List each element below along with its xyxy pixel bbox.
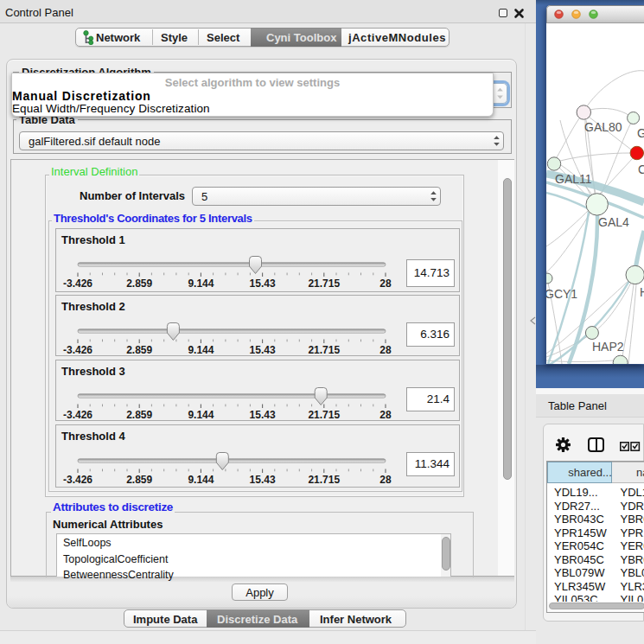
svg-text:GAL80: GAL80 [584, 120, 622, 134]
svg-text:9.144: 9.144 [188, 277, 214, 290]
svg-text:21.715: 21.715 [308, 277, 340, 290]
svg-text:GA: GA [637, 126, 644, 140]
svg-text:15.43: 15.43 [250, 277, 276, 290]
svg-text:-3.426: -3.426 [63, 409, 92, 421]
svg-text:HAP2: HAP2 [592, 340, 624, 354]
svg-text:15.43: 15.43 [250, 474, 276, 486]
svg-text:GAL4: GAL4 [598, 215, 629, 229]
svg-text:-3.426: -3.426 [63, 474, 92, 486]
svg-text:2.859: 2.859 [126, 277, 152, 290]
svg-text:2.859: 2.859 [126, 344, 152, 356]
svg-text:C: C [638, 163, 644, 176]
svg-text:9.144: 9.144 [188, 474, 214, 486]
svg-text:2.859: 2.859 [126, 474, 152, 486]
svg-text:9.144: 9.144 [188, 344, 214, 356]
svg-text:GAL11: GAL11 [555, 172, 592, 186]
svg-text:-3.426: -3.426 [63, 277, 92, 290]
svg-text:15.43: 15.43 [250, 344, 276, 356]
svg-text:H: H [640, 285, 644, 299]
svg-text:-3.426: -3.426 [63, 344, 92, 356]
svg-text:28: 28 [379, 474, 392, 486]
svg-text:15.43: 15.43 [250, 409, 276, 421]
svg-text:28: 28 [379, 344, 392, 356]
svg-text:28: 28 [379, 409, 392, 421]
svg-text:9.144: 9.144 [188, 409, 214, 421]
svg-text:21.715: 21.715 [308, 409, 340, 421]
svg-text:28: 28 [379, 277, 392, 290]
svg-text:GCY1: GCY1 [546, 287, 577, 301]
svg-text:21.715: 21.715 [308, 344, 340, 356]
svg-text:2.859: 2.859 [126, 409, 152, 421]
svg-text:21.715: 21.715 [308, 474, 340, 486]
